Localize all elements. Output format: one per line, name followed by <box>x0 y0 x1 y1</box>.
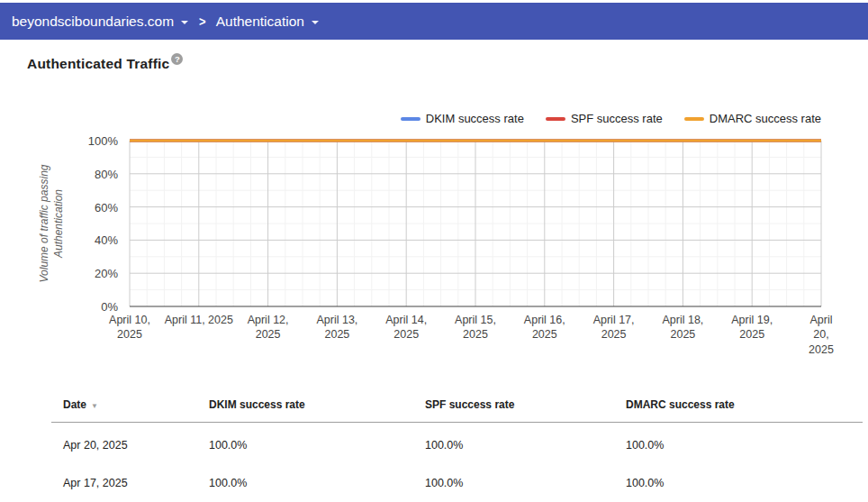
legend-line-swatch <box>546 117 565 121</box>
table-header-label: SPF success rate <box>425 398 514 411</box>
y-tick-label: 20% <box>95 267 118 280</box>
table-header-spf-success-rate[interactable]: SPF success rate <box>425 398 626 411</box>
auth-rates-table: Date▼DKIM success rateSPF success rateDM… <box>51 388 863 502</box>
table-header-label: Date <box>63 398 86 411</box>
postmaster-dashboard: beyondsciboundaries.com > Authentication… <box>0 0 868 502</box>
table-header-label: DKIM success rate <box>209 398 305 411</box>
page-title: Authenticated Traffic <box>27 56 169 72</box>
table-cell: 100.0% <box>209 477 425 489</box>
legend-line-swatch <box>401 117 420 121</box>
x-axis-tick-labels: April 10, 2025April 11, 2025April 12, 20… <box>130 313 821 343</box>
table-cell: 100.0% <box>209 439 425 452</box>
x-tick-label: April 11, 2025 <box>165 313 233 327</box>
table-header-row: Date▼DKIM success rateSPF success rateDM… <box>51 388 863 423</box>
table-header-dkim-success-rate[interactable]: DKIM success rate <box>209 398 425 411</box>
table-cell: Apr 17, 2025 <box>63 477 209 489</box>
x-tick-label: April 18, 2025 <box>662 313 703 342</box>
table-header-dmarc-success-rate[interactable]: DMARC success rate <box>626 398 863 411</box>
table-cell: 100.0% <box>626 477 863 489</box>
chart-legend: DKIM success rateSPF success rateDMARC s… <box>401 112 821 125</box>
x-tick-label: April 17, 2025 <box>593 313 635 342</box>
domain-label: beyondsciboundaries.com <box>12 14 174 30</box>
y-tick-label: 40% <box>95 233 118 247</box>
page-header: Authenticated Traffic ? <box>27 56 183 72</box>
plot-area <box>130 141 821 306</box>
table-body: Apr 20, 2025100.0%100.0%100.0%Apr 17, 20… <box>51 423 863 502</box>
chevron-down-icon <box>181 21 188 24</box>
x-tick-label: April 20, 2025 <box>809 313 834 357</box>
table-header-label: DMARC success rate <box>626 398 735 411</box>
table-row: Apr 17, 2025100.0%100.0%100.0% <box>51 464 863 502</box>
x-tick-label: April 14, 2025 <box>385 313 427 342</box>
table-cell: 100.0% <box>626 439 863 452</box>
section-selector[interactable]: Authentication <box>216 14 319 30</box>
top-nav-bar: beyondsciboundaries.com > Authentication <box>0 3 868 40</box>
x-tick-label: April 16, 2025 <box>524 313 565 342</box>
section-label: Authentication <box>216 14 304 30</box>
x-tick-label: April 12, 2025 <box>248 313 289 342</box>
x-tick-label: April 19, 2025 <box>731 313 773 342</box>
y-axis-tick-labels: 0%20%40%60%80%100% <box>0 141 118 306</box>
y-tick-label: 100% <box>88 134 118 148</box>
legend-line-swatch <box>684 117 704 121</box>
breadcrumb-separator-icon: > <box>199 14 206 29</box>
legend-label: SPF success rate <box>571 112 663 125</box>
legend-item: DMARC success rate <box>684 112 821 125</box>
sort-desc-icon: ▼ <box>91 402 98 410</box>
legend-label: DKIM success rate <box>426 112 524 125</box>
legend-label: DMARC success rate <box>710 112 821 125</box>
x-tick-label: April 15, 2025 <box>455 313 496 342</box>
x-tick-label: April 10, 2025 <box>109 313 150 342</box>
y-tick-label: 60% <box>95 200 118 214</box>
table-cell: Apr 20, 2025 <box>63 439 209 452</box>
table-header-date[interactable]: Date▼ <box>63 398 209 411</box>
domain-selector[interactable]: beyondsciboundaries.com <box>12 14 188 30</box>
legend-item: SPF success rate <box>546 112 663 125</box>
x-tick-label: April 13, 2025 <box>316 313 357 342</box>
table-cell: 100.0% <box>425 439 626 452</box>
chevron-down-icon <box>312 21 319 24</box>
y-tick-label: 0% <box>101 300 118 314</box>
help-icon[interactable]: ? <box>171 53 183 65</box>
table-cell: 100.0% <box>425 477 626 489</box>
table-row: Apr 20, 2025100.0%100.0%100.0% <box>51 426 863 464</box>
legend-item: DKIM success rate <box>401 112 524 125</box>
y-tick-label: 80% <box>95 167 118 180</box>
